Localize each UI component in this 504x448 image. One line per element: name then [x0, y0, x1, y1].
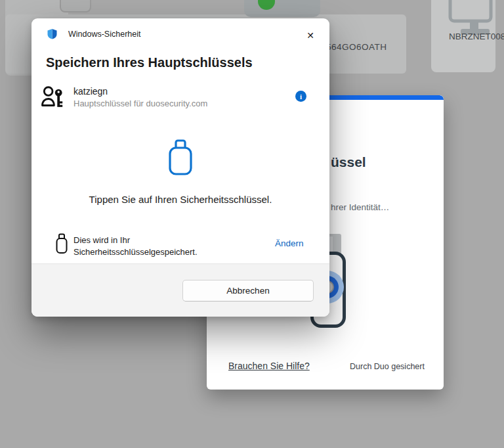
storage-note-line2: Sicherheitsschlüsselgespeichert.: [74, 246, 198, 258]
storage-note-line1: Dies wird in Ihr: [74, 235, 198, 246]
duo-status-text: hrer Identität…: [331, 202, 389, 212]
tap-key-instruction: Tippen Sie auf Ihren Sicherheitsschlüsse…: [32, 194, 329, 205]
secured-by-duo-label: Durch Duo gesichert: [350, 362, 425, 371]
need-help-link[interactable]: Brauchen Sie Hilfe?: [228, 361, 310, 371]
dialog-footer: Abbrechen: [32, 263, 329, 317]
storage-note: Dies wird in Ihr Sicherheitsschlüsselges…: [74, 235, 198, 258]
cancel-button[interactable]: Abbrechen: [182, 280, 314, 302]
hardware-token-illustration: [244, 0, 320, 17]
change-link[interactable]: Ändern: [275, 238, 304, 248]
account-username: katziegn: [74, 86, 108, 97]
windows-security-shield-icon: [47, 28, 58, 39]
storage-key-icon: [55, 233, 68, 254]
security-key-icon: [167, 139, 194, 176]
windows-security-dialog: Windows-Sicherheit ✕ Speichern Ihres Hau…: [32, 18, 329, 317]
duo-heading: üssel: [331, 154, 366, 170]
token-code-label: 564GO6OATH: [326, 42, 387, 52]
dialog-app-title: Windows-Sicherheit: [68, 30, 140, 39]
close-icon[interactable]: ✕: [301, 26, 320, 45]
account-description: Hauptschlüssel für duosecurity.com: [74, 99, 207, 108]
device-name-label: NBRZNET008: [449, 32, 504, 41]
dialog-title: Speichern Ihres Hauptschlüssels: [46, 55, 253, 70]
info-icon[interactable]: i: [295, 91, 306, 102]
passkey-icon: [40, 84, 65, 109]
token-green-light: [258, 0, 275, 10]
device-icon: [60, 0, 91, 12]
